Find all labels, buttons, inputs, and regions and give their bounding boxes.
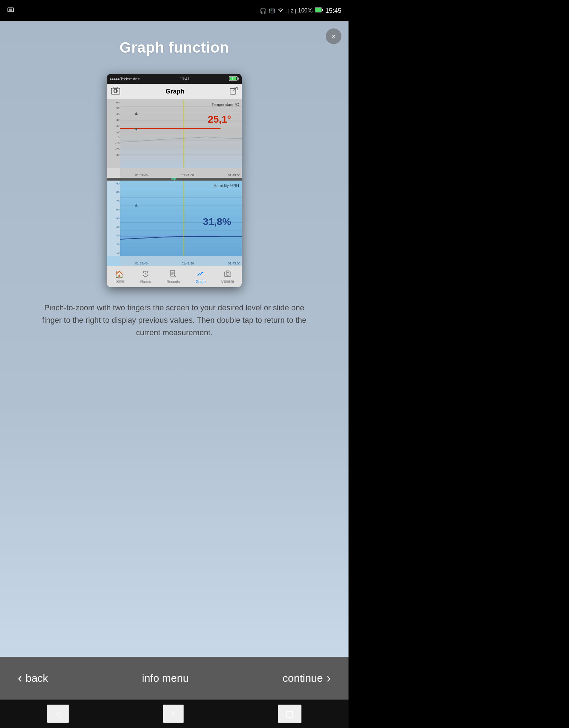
android-nav-bar: ◁ ○ ▢ — [0, 700, 349, 728]
back-chevron-icon: ‹ — [18, 671, 22, 686]
humidity-graph: 90 80 70 60 50 40 30 20 10 — [107, 181, 242, 266]
phone-share-icon — [230, 87, 238, 97]
temp-y-axis: 60 50 40 30 20 10 0 -10 -20 -30 — [107, 100, 120, 158]
humidity-up-arrow: ▲ — [134, 202, 139, 208]
status-left-icon — [7, 7, 14, 15]
signal1-icon: .| — [286, 8, 289, 14]
phone-nav-home[interactable]: 🏠 Home — [115, 270, 124, 283]
continue-chevron-icon: › — [326, 671, 331, 686]
phone-time: 13:41 — [180, 77, 190, 81]
svg-rect-7 — [238, 77, 239, 80]
phone-nav-title: Graph — [165, 88, 184, 95]
svg-rect-14 — [114, 87, 117, 89]
temperature-graph: 60 50 40 30 20 10 0 -10 -20 -30 — [107, 100, 242, 178]
wifi-icon — [277, 7, 284, 14]
temp-value: 25,1° — [208, 114, 231, 125]
temp-down-arrow: ▼ — [134, 126, 139, 132]
phone-status-bar: ●●●●● Telekom.de ✦ 13:41 — [107, 74, 242, 84]
page-title: Graph function — [119, 39, 229, 56]
svg-rect-1 — [9, 9, 12, 11]
back-label: back — [26, 672, 48, 684]
bottom-nav: ‹ back info menu continue › — [0, 657, 349, 700]
android-back-button[interactable]: ◁ — [47, 705, 69, 723]
temp-time-axis: 01:39:40 01:41:00 01:43:00 — [134, 173, 242, 177]
status-bar: 🎧 📳 .| 2.| 100% 15:45 — [0, 0, 349, 21]
phone-nav-records[interactable]: Records — [167, 270, 180, 284]
signal2-icon: 2.| — [291, 8, 296, 14]
humidity-label: Humidity %RH — [213, 183, 239, 188]
status-icons: 🎧 📳 .| 2.| 100% 15:45 — [260, 7, 341, 15]
temp-plot-area: Temperature °C 25,1° ▲ ▼ — [120, 100, 242, 168]
headphone-icon: 🎧 — [260, 7, 267, 14]
description-text: Pinch-to-zoom with two fingers the scree… — [21, 301, 327, 339]
continue-label: continue — [283, 672, 323, 684]
info-menu-label: info menu — [142, 672, 189, 684]
android-recent-button[interactable]: ▢ — [278, 705, 302, 723]
close-button[interactable]: × — [326, 28, 341, 44]
svg-marker-22 — [174, 274, 176, 277]
humidity-value: 31,8% — [203, 216, 231, 228]
phone-nav-graph[interactable]: Graph — [196, 270, 206, 284]
humidity-cursor — [184, 181, 184, 256]
battery-icon — [315, 7, 323, 14]
humidity-plot-area: Humidity %RH 31,8% ▲ — [120, 181, 242, 256]
phone-bottom-nav: 🏠 Home Alarms — [107, 266, 242, 287]
svg-rect-3 — [315, 8, 321, 12]
temp-cursor — [184, 100, 184, 168]
main-content: × Graph function ●●●●● Telekom.de ✦ 13:4… — [0, 21, 349, 657]
phone-mockup: ●●●●● Telekom.de ✦ 13:41 — [107, 74, 242, 287]
phone-nav-camera[interactable]: Camera — [221, 271, 234, 283]
svg-rect-4 — [322, 9, 323, 11]
android-home-button[interactable]: ○ — [163, 705, 184, 723]
battery-percent: 100% — [298, 7, 313, 14]
phone-nav-alarms[interactable]: Alarms — [140, 270, 151, 284]
vibrate-icon: 📳 — [269, 8, 275, 14]
info-menu-button[interactable]: info menu — [135, 669, 196, 688]
phone-camera-icon — [111, 87, 120, 97]
svg-line-16 — [233, 87, 237, 91]
continue-button[interactable]: continue › — [276, 667, 338, 689]
svg-point-24 — [226, 273, 229, 275]
humidity-time-axis: 01:39:40 01:41:20 01:43:00 — [134, 262, 242, 265]
humidity-threshold-line — [120, 236, 220, 236]
temp-label: Temperature °C — [212, 102, 239, 107]
humidity-y-axis: 90 80 70 60 50 40 30 20 10 — [107, 181, 120, 256]
phone-battery — [229, 76, 239, 82]
svg-rect-25 — [226, 271, 229, 272]
svg-point-13 — [115, 90, 117, 92]
time-display: 15:45 — [325, 7, 341, 15]
back-button[interactable]: ‹ back — [11, 667, 55, 689]
phone-carrier: ●●●●● Telekom.de ✦ — [110, 77, 140, 81]
phone-nav-bar: Graph — [107, 84, 242, 100]
temp-up-arrow: ▲ — [134, 110, 139, 116]
